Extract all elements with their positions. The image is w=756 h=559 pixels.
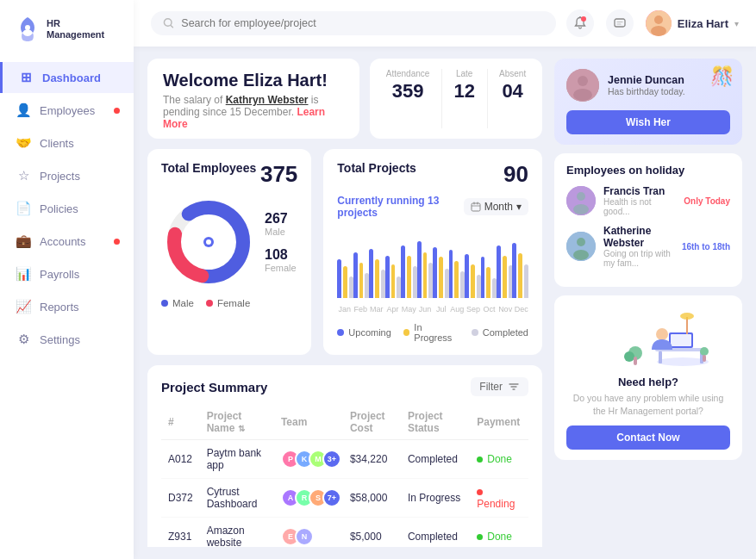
employees-card-header: Total Employees 375 (161, 161, 297, 188)
search-bar[interactable] (151, 11, 556, 35)
sidebar-navigation: ⊞ Dashboard 👤 Employees 🤝 Clients ☆ Proj… (0, 62, 134, 543)
sidebar-item-policies[interactable]: 📄 Policies (0, 193, 134, 224)
sidebar-item-reports[interactable]: 📈 Reports (0, 291, 134, 322)
bar-group-feb (353, 227, 369, 298)
employees-card-title: Total Employees (161, 161, 256, 175)
sidebar-item-label: Settings (40, 333, 80, 346)
bar-month-labels: Jan Feb Mar Apr May Jun Jul Aug Sep Oct … (337, 305, 528, 314)
project-cost: $58,000 (343, 479, 401, 518)
projects-icon: ☆ (16, 168, 31, 183)
payrolls-icon: 📊 (16, 266, 31, 282)
bar-group-jul (433, 227, 448, 298)
bar-upcoming (497, 245, 501, 298)
bar-upcoming (512, 243, 516, 298)
project-summary-card: Project Summary Filter # Project Name ⇅ … (147, 365, 542, 547)
bar-chart-area: Currently running 13 projects Month (337, 195, 528, 343)
col-cost: Project Cost (343, 405, 401, 440)
content-right: Jennie Duncan Has birthday today. 🎊 Wish… (554, 59, 742, 547)
filter-button[interactable]: Filter (471, 377, 528, 396)
holiday-info-1: Francis Tran Health is not good... (603, 185, 676, 216)
table-row: Z931 Amazon website E N $5,000 Completed… (161, 518, 528, 548)
svg-rect-25 (659, 351, 662, 363)
sidebar-item-payrolls[interactable]: 📊 Payrolls (0, 258, 134, 289)
sidebar-item-clients[interactable]: 🤝 Clients (0, 127, 134, 158)
salary-name-link[interactable]: Kathryn Webster (226, 94, 309, 106)
svg-point-32 (680, 313, 694, 320)
sidebar-item-label: Payrolls (40, 268, 79, 281)
holiday-item-2: Katherine Webster Going on trip with my … (566, 225, 730, 268)
team-avatar: N (295, 527, 314, 546)
late-label: Late (456, 69, 472, 78)
bar-group-mar (369, 227, 384, 298)
sidebar-item-projects[interactable]: ☆ Projects (0, 160, 134, 191)
bar-completed (524, 264, 528, 298)
svg-rect-35 (634, 357, 637, 365)
bell-icon (573, 16, 587, 30)
sidebar-item-label: Accounts (40, 235, 85, 248)
team-more: 3+ (322, 450, 341, 469)
bar-inprogress (407, 256, 411, 298)
user-name: Eliza Hart (678, 17, 728, 30)
stats-row: Total Employees 375 (147, 149, 542, 355)
projects-card-count: 90 (503, 161, 528, 188)
month-select[interactable]: Month ▾ (464, 198, 528, 215)
chevron-down-icon: ▾ (734, 19, 739, 28)
calendar-icon (471, 202, 481, 212)
donut-chart (161, 195, 256, 289)
bar-group-oct (481, 227, 497, 298)
bar-inprogress (423, 252, 428, 298)
sidebar-item-dashboard[interactable]: ⊞ Dashboard (0, 62, 134, 93)
dashboard-icon: ⊞ (18, 70, 34, 85)
project-team: E N (274, 518, 343, 548)
project-status: Completed (401, 518, 470, 548)
svg-rect-28 (671, 334, 691, 346)
help-illustration (566, 306, 730, 370)
svg-rect-4 (615, 19, 625, 27)
col-status: Project Status (401, 405, 470, 440)
holiday-name-1: Francis Tran (603, 185, 676, 197)
month-chevron-icon: ▾ (516, 201, 522, 213)
svg-point-3 (581, 16, 586, 22)
svg-point-0 (25, 25, 30, 30)
hr-logo-icon (16, 16, 40, 43)
svg-point-6 (654, 16, 663, 24)
holiday-reason-1: Health is not good... (603, 197, 676, 216)
bar-inprogress (391, 264, 396, 298)
sidebar-item-label: Clients (40, 137, 74, 150)
svg-point-16 (573, 89, 592, 101)
table-row: A012 Paytm bank app P K M 3+ $34,220 (161, 440, 528, 479)
completed-dot (472, 329, 478, 336)
svg-point-34 (624, 351, 634, 362)
search-icon (163, 17, 174, 29)
contact-button[interactable]: Contact Now (566, 425, 730, 450)
table-row: D372 Cytrust Dashboard A R S 7+ $58, (161, 479, 528, 518)
project-payment: Done (470, 518, 528, 548)
running-projects: Currently running 13 projects (337, 195, 463, 219)
sidebar-item-settings[interactable]: ⚙ Settings (0, 324, 134, 355)
birthday-card: Jennie Duncan Has birthday today. 🎊 Wish… (554, 59, 742, 145)
sidebar-item-accounts[interactable]: 💼 Accounts (0, 226, 134, 257)
holiday-info-2: Katherine Webster Going on trip with my … (603, 225, 674, 268)
svg-point-18 (577, 192, 585, 201)
late-value: 12 (453, 80, 474, 102)
reports-icon: 📈 (16, 299, 31, 314)
notification-bell-button[interactable] (566, 9, 594, 37)
project-cost: $34,220 (343, 440, 401, 479)
bar-group-aug (449, 227, 465, 298)
projects-card-header: Total Projects 90 (337, 161, 528, 188)
col-team: Team (274, 405, 343, 440)
welcome-title: Welcome Eliza Hart! (163, 71, 344, 90)
wish-button[interactable]: Wish Her (566, 110, 730, 134)
help-title: Need help? (566, 376, 730, 388)
col-id: # (161, 405, 200, 440)
svg-point-7 (651, 26, 666, 36)
sidebar-logo-text: HR Management (47, 18, 104, 40)
user-profile[interactable]: Eliza Hart ▾ (646, 10, 739, 36)
bar-upcoming (481, 257, 485, 298)
project-cost: $5,000 (343, 518, 401, 548)
attendance-value: 359 (392, 80, 424, 102)
message-button[interactable] (606, 9, 634, 37)
sidebar-logo: HR Management (0, 16, 134, 62)
search-input[interactable] (181, 17, 543, 29)
sidebar-item-employees[interactable]: 👤 Employees (0, 95, 134, 126)
